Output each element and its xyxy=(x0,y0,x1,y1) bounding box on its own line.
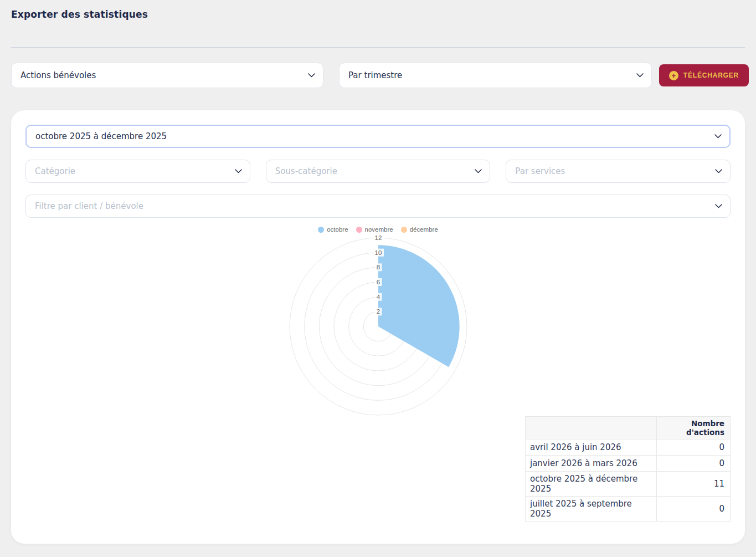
stats-table-wrap: Nombre d'actions avril 2026 à juin 20260… xyxy=(525,416,731,522)
table-row: octobre 2025 à décembre 202511 xyxy=(526,472,731,497)
tick-label: 2 xyxy=(376,308,379,315)
subcategory-select[interactable]: Sous-catégorie xyxy=(266,160,491,183)
legend-swatch-icon xyxy=(401,227,407,233)
polar-area-chart: 24681012 xyxy=(268,234,489,418)
client-volunteer-filter-select[interactable]: Filtre par client / bénévole xyxy=(25,195,731,218)
table-row: juillet 2025 à septembre 20250 xyxy=(526,497,731,522)
count-cell: 0 xyxy=(657,440,731,456)
legend-label: octobre xyxy=(327,226,348,233)
period-cell: avril 2026 à juin 2026 xyxy=(526,440,657,456)
legend-label: novembre xyxy=(365,226,393,233)
statistics-card: octobre 2025 à décembre 2025 Catégorie S… xyxy=(11,110,745,544)
period-granularity-select[interactable]: Par trimestre xyxy=(339,63,652,88)
count-cell: 0 xyxy=(657,497,731,522)
chevron-down-icon xyxy=(715,204,722,208)
period-range-value: octobre 2025 à décembre 2025 xyxy=(35,131,167,141)
chevron-down-icon xyxy=(636,73,644,78)
tick-label: 12 xyxy=(374,234,382,241)
chart-block: octobrenovembredécembre 24681012 xyxy=(25,224,731,418)
table-header-period xyxy=(526,417,657,440)
legend-label: décembre xyxy=(410,226,438,233)
download-button-label: TÉLÉCHARGER xyxy=(683,71,739,79)
tick-label: 10 xyxy=(374,249,382,256)
period-cell: juillet 2025 à septembre 2025 xyxy=(526,497,657,522)
legend-swatch-icon xyxy=(356,227,362,233)
chevron-down-icon xyxy=(714,134,722,139)
polar-sector-octobre[interactable] xyxy=(378,245,460,367)
services-placeholder: Par services xyxy=(515,166,565,176)
tick-label: 8 xyxy=(376,264,379,270)
table-row: janvier 2026 à mars 20260 xyxy=(526,456,731,472)
tick-label: 4 xyxy=(376,294,380,300)
download-button[interactable]: + TÉLÉCHARGER xyxy=(659,64,749,86)
statistic-type-select[interactable]: Actions bénévoles xyxy=(11,63,323,88)
chevron-down-icon xyxy=(235,169,242,173)
legend-item-décembre[interactable]: décembre xyxy=(401,226,438,233)
services-select[interactable]: Par services xyxy=(506,160,731,183)
header-divider xyxy=(11,47,745,48)
legend-item-novembre[interactable]: novembre xyxy=(356,226,393,233)
chevron-down-icon xyxy=(308,73,315,78)
count-cell: 11 xyxy=(657,472,731,497)
period-cell: janvier 2026 à mars 2026 xyxy=(526,456,657,472)
count-cell: 0 xyxy=(657,456,731,472)
legend-item-octobre[interactable]: octobre xyxy=(318,226,348,233)
chart-legend: octobrenovembredécembre xyxy=(318,224,438,234)
category-select[interactable]: Catégorie xyxy=(25,160,250,183)
chevron-down-icon xyxy=(475,169,482,173)
table-head: Nombre d'actions xyxy=(526,417,731,440)
legend-swatch-icon xyxy=(318,227,324,233)
tick-label: 6 xyxy=(376,279,379,285)
page-header: Exporter des statistiques xyxy=(0,0,756,20)
period-cell: octobre 2025 à décembre 2025 xyxy=(526,472,657,497)
filters-row: Catégorie Sous-catégorie Par services xyxy=(25,160,731,183)
statistic-type-value: Actions bénévoles xyxy=(20,70,96,80)
table-header-count: Nombre d'actions xyxy=(657,417,731,440)
page-title: Exporter des statistiques xyxy=(11,9,745,20)
subcategory-placeholder: Sous-catégorie xyxy=(275,166,337,176)
chevron-down-icon xyxy=(715,169,722,173)
category-placeholder: Catégorie xyxy=(35,166,75,176)
client-volunteer-placeholder: Filtre par client / bénévole xyxy=(35,201,143,211)
toolbar: Actions bénévoles Par trimestre + TÉLÉCH… xyxy=(11,63,749,88)
period-range-select[interactable]: octobre 2025 à décembre 2025 xyxy=(25,125,731,148)
plus-circle-icon: + xyxy=(669,71,678,80)
period-granularity-value: Par trimestre xyxy=(348,70,402,80)
table-row: avril 2026 à juin 20260 xyxy=(526,440,731,456)
actions-count-table: Nombre d'actions avril 2026 à juin 20260… xyxy=(525,416,731,522)
